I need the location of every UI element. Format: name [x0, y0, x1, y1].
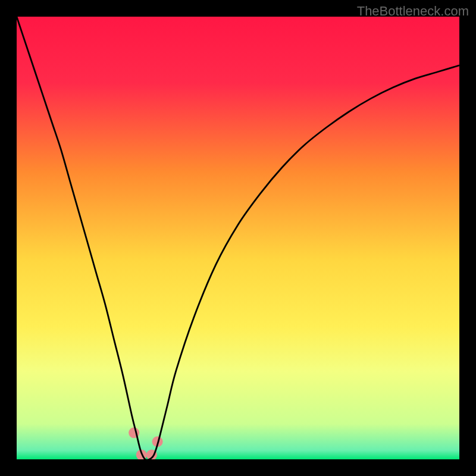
chart-svg: [17, 17, 459, 459]
watermark-text: TheBottleneck.com: [357, 4, 469, 19]
bottleneck-chart: [17, 17, 459, 459]
chart-background: [17, 17, 459, 459]
